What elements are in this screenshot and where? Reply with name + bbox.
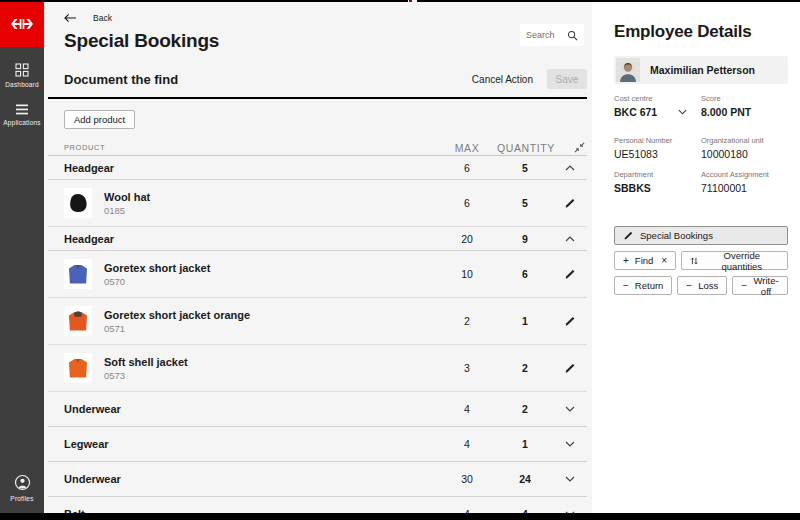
table-row-group[interactable]: Underwear 30 24 [48, 462, 587, 497]
main-content: Back Special Bookings Search Document th… [44, 0, 592, 513]
cost-centre-dropdown[interactable] [678, 109, 687, 115]
section-title: Document the find [64, 72, 178, 87]
sbb-logo-icon [10, 18, 34, 30]
max-value: 30 [437, 473, 497, 485]
quantity-value: 9 [497, 233, 553, 245]
chevron-down-icon [678, 109, 687, 115]
write-off-button[interactable]: − Write-off [732, 276, 788, 295]
column-header-product: PRODUCT [64, 143, 437, 152]
column-header-max: MAX [437, 142, 497, 154]
quantity-value: 2 [497, 403, 553, 415]
override-quantities-label: Override quantities [705, 250, 779, 272]
return-label: Return [635, 280, 664, 291]
product-code: 0570 [104, 276, 210, 287]
max-value: 6 [437, 197, 497, 209]
column-header-quantity: QUANTITY [497, 142, 553, 154]
booking-actions: Special Bookings + Find × Override quant… [614, 226, 788, 295]
product-code: 0185 [104, 205, 150, 216]
employee-card: Maximilian Petterson [614, 56, 788, 84]
save-button[interactable]: Save [547, 69, 587, 89]
product-table-rows: Headgear 6 5 Wool hat 0185 6 5 Headgear [48, 156, 587, 520]
panel-title: Employee Details [614, 22, 788, 42]
field-label: Personal Number [614, 136, 701, 145]
search-icon[interactable] [567, 30, 578, 41]
cancel-action-button[interactable]: Cancel Action [472, 74, 533, 85]
table-row-item: Wool hat 0185 6 5 [48, 180, 587, 227]
field-row: Cost centre BKC 671 Score 8.000 PNT [614, 94, 788, 118]
field-label: Cost centre [614, 94, 701, 103]
find-label: Find [635, 255, 653, 266]
product-name: Soft shell jacket [104, 356, 188, 368]
quantity-value: 6 [497, 268, 553, 280]
table-row-group[interactable]: Headgear 6 5 [48, 156, 587, 180]
back-button[interactable]: Back [48, 0, 138, 23]
sidebar-item-dashboard[interactable]: Dashboard [5, 63, 39, 88]
plus-icon: + [623, 256, 629, 266]
edit-quantity-button[interactable] [562, 266, 578, 282]
product-image [64, 259, 92, 289]
max-value: 4 [437, 438, 497, 450]
pencil-icon [564, 268, 576, 280]
find-filter-chip[interactable]: + Find × [614, 251, 676, 270]
quantity-value: 2 [497, 362, 553, 374]
department-value: SBBKS [614, 182, 701, 194]
page-title: Special Bookings [64, 30, 587, 52]
pencil-icon [564, 315, 576, 327]
screen-top-edge [0, 0, 408, 2]
collapse-rows-button[interactable] [553, 142, 587, 153]
sidebar-item-label: Dashboard [5, 81, 39, 88]
screen-bottom-edge [0, 513, 800, 520]
special-bookings-button[interactable]: Special Bookings [614, 226, 788, 245]
app-screen: Dashboard Applications Profiles Bac [0, 0, 800, 520]
sbb-logo[interactable] [0, 0, 44, 47]
employee-details-panel: Employee Details Maximilian Petterson Co… [592, 0, 800, 513]
chevron-down-icon[interactable] [565, 406, 575, 412]
organizational-unit-value: 10000180 [701, 148, 788, 160]
group-name: Headgear [64, 233, 114, 245]
field-row: Personal Number UE51083 Organizational u… [614, 136, 788, 160]
max-value: 4 [437, 403, 497, 415]
special-bookings-label: Special Bookings [640, 230, 713, 241]
table-row-group[interactable]: Headgear 20 9 [48, 227, 587, 251]
chevron-down-icon[interactable] [565, 476, 575, 482]
collapse-rows-icon [574, 142, 585, 153]
quantity-value: 1 [497, 438, 553, 450]
close-icon[interactable]: × [661, 255, 667, 266]
table-header-row: PRODUCT MAX QUANTITY [48, 140, 587, 156]
table-row-group[interactable]: Legwear 4 1 [48, 427, 587, 462]
score-value: 8.000 PNT [701, 106, 788, 118]
table-row-item: Goretex short jacket 0570 10 6 [48, 251, 587, 298]
table-row-item: Goretex short jacket orange 0571 2 1 [48, 298, 587, 345]
product-name: Goretex short jacket orange [104, 309, 250, 321]
table-row-group[interactable]: Underwear 4 2 [48, 392, 587, 427]
chevron-up-icon[interactable] [565, 165, 575, 171]
quantity-value: 5 [497, 162, 553, 174]
loss-button[interactable]: − Loss [677, 276, 727, 295]
edit-quantity-button[interactable] [562, 360, 578, 376]
add-product-button[interactable]: Add product [64, 110, 135, 129]
sidebar: Dashboard Applications Profiles [0, 0, 44, 520]
return-button[interactable]: − Return [614, 276, 672, 295]
pencil-icon [564, 362, 576, 374]
search-input[interactable]: Search [520, 24, 584, 46]
edit-quantity-button[interactable] [562, 313, 578, 329]
sidebar-item-applications[interactable]: Applications [3, 104, 40, 126]
max-value: 3 [437, 362, 497, 374]
sidebar-item-label: Profiles [10, 495, 33, 502]
edit-quantity-button[interactable] [562, 195, 578, 211]
applications-icon [15, 104, 29, 115]
pencil-icon [564, 197, 576, 209]
product-code: 0573 [104, 370, 188, 381]
minus-icon: − [741, 281, 747, 291]
chevron-down-icon[interactable] [565, 441, 575, 447]
table-row-item: Soft shell jacket 0573 3 2 [48, 345, 587, 392]
pencil-icon [623, 230, 634, 241]
product-image [64, 188, 92, 218]
chevron-up-icon[interactable] [565, 236, 575, 242]
max-value: 20 [437, 233, 497, 245]
sidebar-item-profiles[interactable]: Profiles [10, 474, 33, 502]
search-placeholder: Search [526, 30, 555, 40]
group-name: Underwear [64, 473, 121, 485]
back-label: Back [93, 13, 112, 23]
override-quantities-button[interactable]: Override quantities [681, 251, 788, 270]
